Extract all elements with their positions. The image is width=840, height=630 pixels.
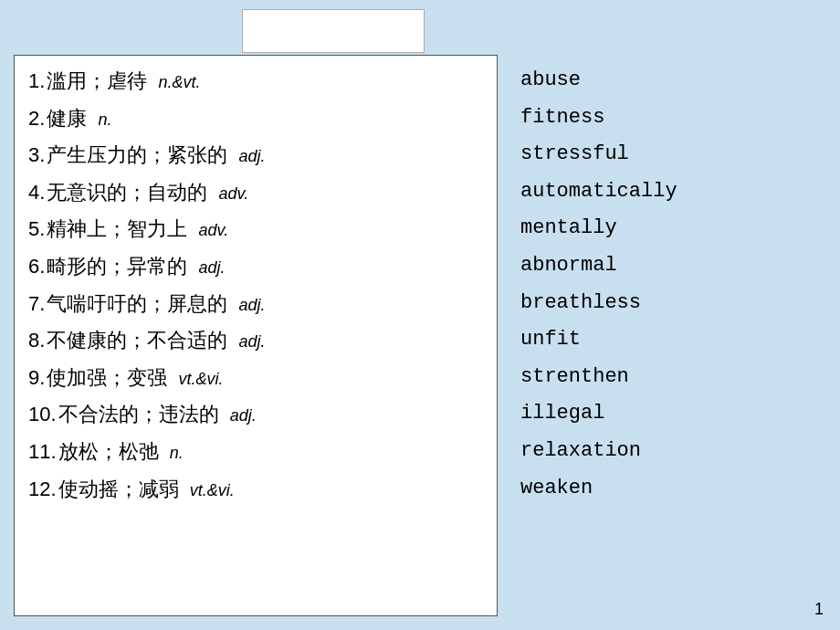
vocab-item: 7.气喘吁吁的；屏息的 adj. bbox=[28, 286, 483, 323]
vocab-type: adj. bbox=[198, 257, 225, 278]
vocab-chinese: 使加强；变强 bbox=[47, 365, 173, 392]
english-list: abusefitnessstressfulautomaticallymental… bbox=[520, 55, 826, 514]
vocab-chinese: 产生压力的；紧张的 bbox=[47, 142, 233, 169]
vocab-chinese: 不健康的；不合适的 bbox=[47, 328, 233, 354]
vocab-chinese: 精神上；智力上 bbox=[47, 216, 193, 243]
vocab-item: 12.使动摇；减弱 vt.&vi. bbox=[28, 471, 483, 509]
vocab-number: 10. bbox=[28, 402, 57, 428]
vocab-item: 1.滥用；虐待 n.&vt. bbox=[28, 63, 483, 100]
vocab-number: 8. bbox=[28, 328, 45, 354]
english-item: fitness bbox=[520, 100, 826, 137]
vocab-type: n. bbox=[170, 443, 184, 464]
english-item: breathless bbox=[520, 285, 826, 322]
english-item: strenthen bbox=[520, 359, 826, 396]
vocab-number: 11. bbox=[28, 439, 57, 466]
vocab-chinese: 不合法的；违法的 bbox=[58, 402, 225, 428]
english-item: unfit bbox=[520, 321, 826, 359]
vocab-item: 4.无意识的；自动的 adv. bbox=[28, 174, 483, 212]
english-item: automatically bbox=[520, 173, 826, 211]
vocab-chinese: 畸形的；异常的 bbox=[47, 254, 193, 280]
vocab-type: adj. bbox=[230, 405, 257, 426]
english-item: weaken bbox=[520, 470, 826, 508]
vocab-type: vt.&vi. bbox=[178, 369, 223, 390]
vocab-type: adj. bbox=[238, 295, 265, 316]
vocab-chinese: 气喘吁吁的；屏息的 bbox=[47, 291, 233, 318]
english-item: relaxation bbox=[520, 433, 826, 470]
english-item: abuse bbox=[520, 62, 826, 100]
vocab-number: 4. bbox=[28, 180, 45, 206]
vocab-box: 1.滥用；虐待 n.&vt.2.健康 n.3.产生压力的；紧张的 adj.4.无… bbox=[14, 55, 498, 616]
vocab-type: adj. bbox=[238, 331, 265, 352]
vocab-type: adv. bbox=[218, 184, 248, 205]
page-container: 1.滥用；虐待 n.&vt.2.健康 n.3.产生压力的；紧张的 adj.4.无… bbox=[0, 0, 840, 630]
vocab-type: n. bbox=[98, 110, 111, 131]
top-box bbox=[242, 9, 425, 53]
vocab-number: 7. bbox=[28, 291, 45, 318]
vocab-number: 5. bbox=[28, 216, 45, 243]
vocab-number: 3. bbox=[28, 142, 45, 169]
english-item: mentally bbox=[520, 210, 826, 247]
vocab-item: 6.畸形的；异常的 adj. bbox=[28, 248, 483, 286]
vocab-number: 2. bbox=[28, 106, 45, 132]
vocab-item: 9.使加强；变强 vt.&vi. bbox=[28, 360, 483, 397]
vocab-chinese: 健康 bbox=[47, 106, 92, 132]
vocab-chinese: 使动摇；减弱 bbox=[58, 477, 184, 503]
vocab-number: 9. bbox=[28, 365, 45, 392]
english-item: stressful bbox=[520, 136, 826, 173]
vocab-chinese: 放松；松弛 bbox=[58, 439, 164, 466]
vocab-item: 8.不健康的；不合适的 adj. bbox=[28, 322, 483, 360]
vocab-item: 5.精神上；智力上 adv. bbox=[28, 211, 483, 248]
vocab-item: 2.健康 n. bbox=[28, 100, 483, 138]
vocab-chinese: 滥用；虐待 bbox=[47, 68, 152, 95]
vocab-chinese: 无意识的；自动的 bbox=[47, 180, 213, 206]
vocab-item: 11.放松；松弛 n. bbox=[28, 434, 483, 471]
vocab-item: 10.不合法的；违法的 adj. bbox=[28, 396, 483, 434]
vocab-number: 12. bbox=[28, 477, 57, 503]
page-number: 1 bbox=[814, 600, 824, 619]
vocab-item: 3.产生压力的；紧张的 adj. bbox=[28, 137, 483, 174]
english-item: abnormal bbox=[520, 247, 826, 285]
vocab-type: adj. bbox=[238, 146, 265, 167]
vocab-type: vt.&vi. bbox=[190, 480, 235, 501]
vocab-type: n.&vt. bbox=[158, 72, 200, 93]
english-item: illegal bbox=[520, 395, 826, 433]
vocab-number: 1. bbox=[28, 68, 45, 95]
vocab-number: 6. bbox=[28, 254, 45, 280]
vocab-type: adv. bbox=[198, 220, 228, 241]
